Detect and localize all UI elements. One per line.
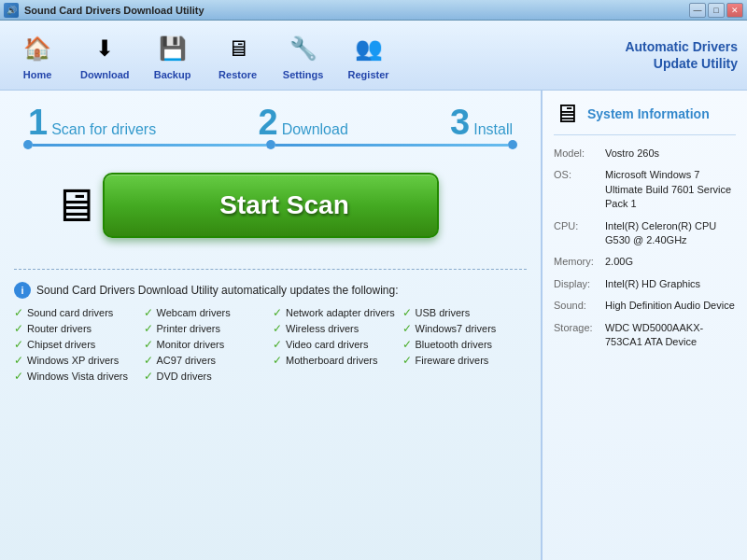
driver-list-item: ✓AC97 drivers	[144, 354, 269, 367]
driver-label: USB drivers	[416, 307, 471, 318]
driver-label: Motherboard drivers	[286, 355, 377, 366]
sysinfo-row: Memory:2.00G	[554, 255, 736, 269]
sysinfo-title: System Information	[587, 106, 710, 121]
sysinfo-row-label: Sound:	[554, 299, 605, 313]
start-scan-label: Start Scan	[219, 190, 349, 220]
toolbar-download[interactable]: ⬇ Download	[75, 26, 135, 84]
steps-line	[14, 140, 527, 149]
driver-label: DVD drivers	[157, 371, 212, 382]
driver-list-item: ✓DVD drivers	[144, 370, 269, 383]
check-icon: ✓	[144, 306, 153, 319]
driver-label: Fireware drivers	[416, 355, 489, 366]
check-icon: ✓	[144, 370, 153, 383]
home-icon: 🏠	[19, 30, 56, 67]
driver-label: Webcam drivers	[157, 307, 231, 318]
sysinfo-row-label: CPU:	[554, 219, 605, 248]
sysinfo-row-value: Intel(R) Celeron(R) CPU G530 @ 2.40GHz	[605, 219, 736, 248]
sysinfo-row-value: Intel(R) HD Graphics	[605, 277, 736, 291]
check-icon: ✓	[14, 306, 23, 319]
step1-number: 1	[28, 105, 48, 140]
driver-label: Router drivers	[27, 323, 92, 334]
driver-label: Windows XP drivers	[27, 355, 119, 366]
download-icon: ⬇	[86, 30, 123, 67]
driver-list-item: ✓Fireware drivers	[402, 354, 528, 367]
driver-label: Windows7 drivers	[416, 323, 497, 334]
toolbar-backup[interactable]: 💾 Backup	[145, 26, 201, 84]
close-button[interactable]: ✕	[726, 3, 743, 18]
sysinfo-row: Display:Intel(R) HD Graphics	[554, 277, 736, 291]
step1-label: Scan for drivers	[51, 121, 156, 138]
start-scan-button[interactable]: Start Scan	[103, 173, 439, 238]
driver-list-item: ✓Sound card drivers	[14, 306, 139, 319]
sysinfo-row: OS:Microsoft Windows 7 Ultimate Build 76…	[554, 168, 736, 211]
driver-list-item: ✓Windows XP drivers	[14, 354, 139, 367]
main-content: 1 Scan for drivers 2 Download 3 Install	[0, 91, 747, 560]
minimize-button[interactable]: —	[689, 3, 706, 18]
driver-list-item: ✓USB drivers	[402, 306, 528, 319]
sysinfo-row: Model:Vostro 260s	[554, 147, 736, 161]
sysinfo-row: CPU:Intel(R) Celeron(R) CPU G530 @ 2.40G…	[554, 219, 736, 248]
settings-icon: 🔧	[285, 30, 322, 67]
step1-dot	[23, 140, 33, 149]
toolbar-home[interactable]: 🏠 Home	[9, 26, 65, 84]
sysinfo-icon: 🖥	[554, 98, 580, 129]
title-bar-left: 🔊 Sound Card Drivers Download Utility	[4, 3, 204, 18]
restore-label: Restore	[218, 69, 257, 80]
toolbar-restore[interactable]: 🖥 Restore	[210, 26, 266, 84]
check-icon: ✓	[144, 338, 153, 351]
driver-list-item: ✓Router drivers	[14, 322, 139, 335]
sysinfo-row-value: High Definition Audio Device	[605, 299, 736, 313]
driver-label: Wireless drivers	[286, 323, 359, 334]
driver-list: ✓Sound card drivers✓Webcam drivers✓Netwo…	[14, 306, 527, 383]
check-icon: ✓	[14, 370, 23, 383]
sysinfo-row-value: Vostro 260s	[605, 147, 736, 161]
app-title: Sound Card Drivers Download Utility	[24, 5, 204, 16]
check-icon: ✓	[402, 322, 412, 335]
sysinfo-row-value: Microsoft Windows 7 Ultimate Build 7601 …	[605, 168, 736, 211]
scan-button-container: 🖥 Start Scan	[14, 163, 527, 247]
check-icon: ✓	[273, 354, 282, 367]
step-1: 1 Scan for drivers	[28, 105, 156, 140]
check-icon: ✓	[144, 322, 153, 335]
settings-label: Settings	[283, 69, 323, 80]
sysinfo-row-label: Display:	[554, 277, 605, 291]
step2-dot	[266, 140, 275, 149]
toolbar-register[interactable]: 👥 Register	[341, 26, 397, 84]
download-label: Download	[80, 69, 130, 80]
driver-list-item: ✓Chipset drivers	[14, 338, 139, 351]
toolbar: 🏠 Home ⬇ Download 💾 Backup 🖥 Restore 🔧 S…	[0, 21, 747, 91]
divider	[14, 269, 527, 270]
step3-label: Install	[473, 121, 513, 138]
sysinfo-row: Sound:High Definition Audio Device	[554, 299, 736, 313]
step2-label: Download	[282, 121, 348, 138]
step-2: 2 Download	[258, 105, 347, 140]
driver-list-item: ✓Network adapter drivers	[273, 306, 398, 319]
driver-list-item: ✓Windows7 drivers	[402, 322, 528, 335]
app-icon: 🔊	[4, 3, 19, 18]
backup-label: Backup	[154, 69, 191, 80]
toolbar-settings[interactable]: 🔧 Settings	[275, 26, 331, 84]
register-icon: 👥	[350, 30, 388, 67]
info-icon: i	[14, 282, 31, 299]
check-icon: ✓	[144, 354, 153, 367]
driver-label: Chipset drivers	[27, 339, 95, 350]
maximize-button[interactable]: □	[708, 3, 725, 18]
driver-label: Bluetooth drivers	[416, 339, 493, 350]
driver-label: Windows Vista drivers	[27, 371, 128, 382]
step-3: 3 Install	[450, 105, 513, 140]
check-icon: ✓	[14, 322, 23, 335]
driver-label: Network adapter drivers	[286, 307, 395, 318]
sysinfo-rows: Model:Vostro 260sOS:Microsoft Windows 7 …	[554, 147, 736, 349]
sysinfo-row-label: OS:	[554, 168, 605, 211]
title-bar: 🔊 Sound Card Drivers Download Utility — …	[0, 0, 747, 21]
backup-icon: 💾	[154, 30, 191, 67]
info-section: i Sound Card Drivers Download Utility au…	[14, 277, 527, 387]
brand-text: Automatic Drivers Update Utility	[625, 38, 738, 72]
window-controls: — □ ✕	[689, 3, 743, 18]
driver-list-item: ✓Video card drivers	[273, 338, 398, 351]
sysinfo-row-label: Storage:	[554, 321, 605, 350]
sysinfo-header: 🖥 System Information	[554, 98, 736, 135]
check-icon: ✓	[14, 338, 23, 351]
driver-label: Printer drivers	[157, 323, 220, 334]
step1-line	[33, 144, 266, 147]
